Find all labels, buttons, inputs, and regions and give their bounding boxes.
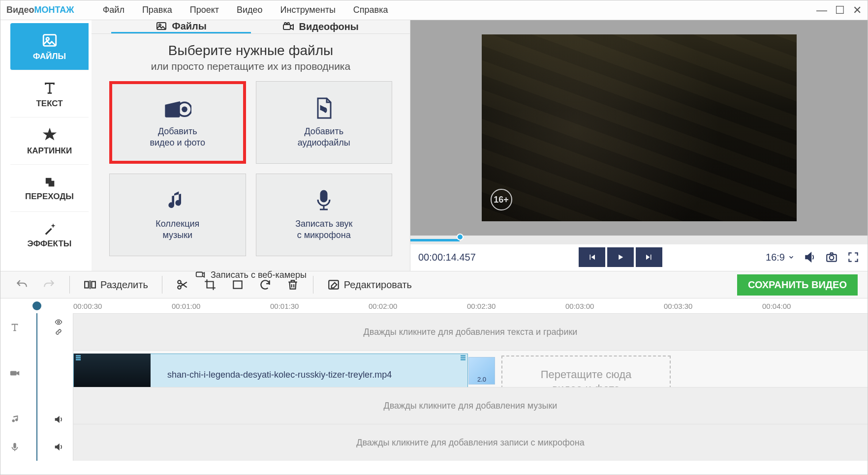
eye-icon[interactable] <box>53 318 64 326</box>
image-icon <box>41 32 58 49</box>
playhead[interactable] <box>36 313 37 461</box>
layers-icon <box>43 175 57 189</box>
svg-point-18 <box>178 280 181 284</box>
undo-button[interactable] <box>10 275 33 294</box>
file-panel: Файлы Видеофоны Выберите нужные файлы ил… <box>92 20 410 271</box>
chevron-down-icon <box>788 254 795 261</box>
card-label: Добавитьвидео и фото <box>150 126 205 149</box>
frame-button[interactable] <box>226 275 249 294</box>
svg-rect-12 <box>321 191 327 202</box>
sidebar-item-text[interactable]: ТЕКСТ <box>10 70 89 118</box>
sidebar-item-images[interactable]: КАРТИНКИ <box>10 118 89 165</box>
text-track-lane[interactable]: Дважды кликните для добавления текста и … <box>73 313 868 350</box>
link-icon[interactable] <box>53 328 64 336</box>
tab-files[interactable]: Файлы <box>111 20 251 33</box>
clip-handle-left[interactable] <box>76 355 81 356</box>
add-audio-button[interactable]: Добавитьаудиофайлы <box>256 81 393 164</box>
prev-button[interactable] <box>579 247 605 267</box>
app-logo: ВидеоМОНТАЖ <box>6 5 74 15</box>
video-icon <box>9 368 20 379</box>
panel-title: Выберите нужные файлы <box>109 43 392 59</box>
record-mic-button[interactable]: Записать звукс микрофона <box>256 174 393 256</box>
snapshot-icon[interactable] <box>825 251 838 264</box>
save-video-button[interactable]: СОХРАНИТЬ ВИДЕО <box>737 274 858 296</box>
svg-point-15 <box>830 256 834 260</box>
volume-icon[interactable] <box>804 251 816 264</box>
timeline-toolbar: Разделить Редактировать СОХРАНИТЬ ВИДЕО <box>0 271 868 298</box>
svg-point-22 <box>58 321 60 323</box>
timeline-ruler[interactable]: 00:00:30 00:01:00 00:01:30 00:02:00 00:0… <box>0 298 868 313</box>
play-button[interactable] <box>607 247 634 267</box>
sidebar-label: ЭФФЕКТЫ <box>28 239 72 249</box>
tab-label: Файлы <box>172 21 207 32</box>
panel-subtitle: или просто перетащите их из проводника <box>109 60 392 72</box>
tab-backgrounds[interactable]: Видеофоны <box>251 20 391 33</box>
audio-file-icon <box>310 96 338 120</box>
sidebar: ФАЙЛЫ ТЕКСТ КАРТИНКИ ПЕРЕХОДЫ ЭФФЕКТЫ <box>0 20 92 271</box>
music-collection-button[interactable]: Коллекциямузыки <box>109 174 246 256</box>
menu-file[interactable]: Файл <box>94 5 133 15</box>
ruler-label: 00:03:00 <box>565 302 664 310</box>
mic-track-lane[interactable]: Дважды кликните для добавления записи с … <box>73 424 868 461</box>
next-button[interactable] <box>636 247 662 267</box>
sidebar-label: КАРТИНКИ <box>27 146 72 156</box>
sidebar-item-effects[interactable]: ЭФФЕКТЫ <box>10 212 89 259</box>
add-video-photo-button[interactable]: Добавитьвидео и фото <box>109 81 246 164</box>
delete-button[interactable] <box>281 275 304 294</box>
window-minimize-icon[interactable]: — <box>816 4 827 17</box>
svg-rect-6 <box>283 25 290 30</box>
sidebar-label: ФАЙЛЫ <box>33 52 66 61</box>
wand-icon <box>43 222 57 236</box>
volume-icon[interactable] <box>53 414 64 425</box>
aspect-label: 16:9 <box>766 252 785 263</box>
ruler-label: 00:03:30 <box>664 302 762 310</box>
svg-point-1 <box>46 37 49 40</box>
menu-video[interactable]: Видео <box>228 5 272 15</box>
text-icon <box>41 79 58 96</box>
menu-edit[interactable]: Правка <box>133 5 181 15</box>
rotate-icon <box>259 278 272 291</box>
menubar: ВидеоМОНТАЖ Файл Правка Проект Видео Инс… <box>0 0 868 20</box>
button-label: Разделить <box>100 279 148 291</box>
svg-rect-23 <box>10 371 17 375</box>
aspect-ratio-selector[interactable]: 16:9 <box>766 252 795 263</box>
ruler-label: 00:02:30 <box>467 302 565 310</box>
star-icon <box>41 126 58 143</box>
sidebar-item-files[interactable]: ФАЙЛЫ <box>10 23 89 70</box>
preview-frame: 16+ <box>482 34 797 221</box>
svg-rect-17 <box>92 282 95 288</box>
fullscreen-icon[interactable] <box>847 251 860 264</box>
menu-project[interactable]: Проект <box>181 5 228 15</box>
trash-icon <box>286 278 299 291</box>
menu-tools[interactable]: Инструменты <box>272 5 344 15</box>
window-maximize-icon[interactable]: ☐ <box>835 4 845 17</box>
svg-rect-20 <box>233 281 242 288</box>
preview-seekbar[interactable] <box>410 236 868 244</box>
sidebar-item-transitions[interactable]: ПЕРЕХОДЫ <box>10 165 89 212</box>
rotate-button[interactable] <box>254 275 277 294</box>
crop-button[interactable] <box>199 275 221 294</box>
redo-button[interactable] <box>38 275 61 294</box>
rect-icon <box>231 278 244 291</box>
svg-point-8 <box>287 23 289 25</box>
card-label: Записать звукс микрофона <box>295 218 352 241</box>
timecode: 00:00:14.457 <box>418 252 476 263</box>
edit-button[interactable]: Редактировать <box>322 275 417 294</box>
video-track-lane[interactable]: shan-chi-i-legenda-desyati-kolec-russkiy… <box>73 350 868 387</box>
clapper-icon <box>164 96 191 120</box>
ruler-label: 00:02:00 <box>369 302 467 310</box>
cut-button[interactable] <box>171 275 194 294</box>
ruler-label: 00:00:30 <box>73 302 172 310</box>
sidebar-label: ПЕРЕХОДЫ <box>25 192 74 202</box>
music-track-lane[interactable]: Дважды кликните для добавления музыки <box>73 387 868 424</box>
preview-canvas[interactable]: 16+ <box>410 20 868 236</box>
volume-icon[interactable] <box>53 442 64 452</box>
timeline: 00:00:30 00:01:00 00:01:30 00:02:00 00:0… <box>0 298 868 461</box>
split-button[interactable]: Разделить <box>79 275 153 294</box>
menu-help[interactable]: Справка <box>344 5 397 15</box>
camera-icon <box>282 21 294 33</box>
crop-icon <box>204 278 217 291</box>
transition-badge[interactable]: 2.0 <box>468 357 495 385</box>
clip-handle-right[interactable] <box>461 355 465 356</box>
window-close-icon[interactable]: ✕ <box>853 4 862 17</box>
